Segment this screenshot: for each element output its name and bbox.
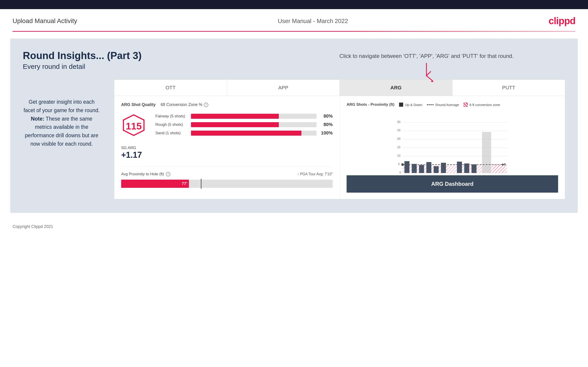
svg-text:15: 15 (397, 145, 400, 149)
legend-square-icon (399, 103, 403, 107)
card-body: ARG Shot Quality 6ft Conversion Zone % ? (114, 96, 565, 199)
legend-dashed-icon (427, 104, 434, 105)
proximity-header: Avg Proximity to Hole (ft) ? ↑ PGA Tour … (121, 172, 333, 176)
chart-area: 0 5 10 15 20 25 30 (346, 111, 558, 175)
upload-label: Upload Manual Activity (13, 17, 77, 24)
tab-ott[interactable]: OTT (114, 80, 227, 96)
sand-bar-fill (191, 131, 302, 136)
svg-text:20: 20 (397, 137, 400, 141)
sand-bar (191, 131, 316, 136)
proximity-section: Avg Proximity to Hole (ft) ? ↑ PGA Tour … (121, 167, 333, 188)
dashboard-card: OTT APP ARG PUTT ARG Shot Quality 6ft Co… (114, 80, 565, 199)
rough-bar (191, 122, 316, 127)
insight-note-label: Note: (31, 116, 44, 122)
svg-text:10: 10 (397, 154, 400, 157)
fairway-bar-fill (191, 114, 279, 119)
footer: Copyright Clippd 2021 (0, 220, 588, 234)
chart-title: ARG Shots - Proximity (ft) (346, 102, 395, 107)
svg-rect-17 (403, 165, 507, 173)
quality-header: ARG Shot Quality 6ft Conversion Zone % ? (121, 102, 333, 107)
svg-rect-25 (464, 163, 469, 173)
conversion-label: 6ft Conversion Zone % ? (161, 102, 208, 107)
two-col-layout: Get greater insight into each facet of y… (23, 80, 565, 199)
svg-text:8: 8 (504, 162, 506, 166)
legend-round-avg: Round Average (427, 103, 459, 107)
arg-chart-svg: 0 5 10 15 20 25 30 (346, 111, 558, 175)
header-left: Upload Manual Activity (13, 17, 77, 25)
conversion-help-icon[interactable]: ? (204, 103, 208, 107)
rough-row: Rough (5 shots) 80% (156, 122, 333, 127)
proximity-label: Avg Proximity to Hole (ft) ? (121, 172, 170, 176)
svg-rect-19 (412, 164, 417, 173)
svg-rect-21 (426, 162, 432, 173)
sand-row: Sand (1 shots) 100% (156, 130, 333, 136)
hexagon-container: 115 Fairway (5 shots) 80% (121, 114, 333, 139)
copyright-text: Copyright Clippd 2021 (13, 224, 53, 229)
svg-rect-22 (434, 166, 439, 173)
svg-rect-28 (493, 165, 505, 173)
navigation-arrow (417, 62, 436, 85)
proximity-bar-fill: 77' (121, 180, 189, 188)
svg-text:25: 25 (397, 129, 400, 132)
card-left-panel: ARG Shot Quality 6ft Conversion Zone % ? (114, 96, 340, 199)
left-column: Get greater insight into each facet of y… (23, 80, 100, 148)
arg-score-hexagon: 115 (121, 114, 146, 139)
arg-dashboard-button[interactable]: ARG Dashboard (346, 175, 558, 193)
header-divider (13, 31, 575, 32)
fairway-label: Fairway (5 shots) (156, 114, 187, 118)
nav-hint: Click to navigate between 'OTT', 'APP', … (339, 52, 514, 85)
fairway-bar (191, 114, 316, 119)
svg-text:0: 0 (399, 171, 401, 174)
top-bar (0, 0, 588, 9)
tab-app[interactable]: APP (227, 80, 340, 96)
card-right-panel: ARG Shots - Proximity (ft) Up & Down Rou… (340, 96, 565, 199)
legend-hatched-icon (464, 103, 468, 107)
arg-shot-quality-label: ARG Shot Quality (121, 102, 156, 107)
sg-value: +1.17 (121, 150, 333, 160)
proximity-bar-container: 77' (121, 180, 333, 188)
rough-pct: 80% (320, 122, 333, 127)
proximity-help-icon[interactable]: ? (166, 172, 170, 176)
svg-rect-27 (482, 132, 491, 173)
header-center: User Manual - March 2022 (278, 17, 348, 25)
fairway-row: Fairway (5 shots) 80% (156, 114, 333, 119)
legend-conversion-zone: 6 ft conversion zone (464, 103, 500, 107)
svg-text:5: 5 (398, 162, 400, 166)
svg-rect-26 (472, 164, 477, 173)
arrow-container (339, 62, 514, 85)
sg-section: SG ARG +1.17 (121, 146, 333, 160)
main-content: Round Insights... (Part 3) Every round i… (10, 39, 578, 213)
svg-marker-0 (431, 81, 433, 82)
proximity-value: 77' (182, 182, 187, 186)
shot-bars: Fairway (5 shots) 80% Rough (5 shots) (156, 114, 333, 139)
svg-point-30 (401, 163, 404, 166)
chart-header: ARG Shots - Proximity (ft) Up & Down Rou… (346, 102, 558, 107)
hexagon-value: 115 (126, 121, 142, 132)
sand-label: Sand (1 shots) (156, 131, 187, 135)
rough-bar-fill (191, 122, 279, 127)
right-column: OTT APP ARG PUTT ARG Shot Quality 6ft Co… (114, 80, 565, 199)
insight-text: Get greater insight into each facet of y… (23, 98, 100, 148)
header: Upload Manual Activity User Manual - Mar… (0, 9, 588, 31)
pga-avg: ↑ PGA Tour Avg: 7'10" (297, 172, 333, 176)
svg-rect-24 (457, 162, 462, 173)
manual-label: User Manual - March 2022 (278, 17, 348, 24)
insight-main: Get greater insight into each facet of y… (24, 99, 100, 113)
rough-label: Rough (5 shots) (156, 122, 187, 127)
sg-label: SG ARG (121, 146, 333, 150)
svg-rect-20 (419, 165, 424, 173)
fairway-pct: 80% (320, 114, 333, 119)
clippd-logo: clippd (549, 16, 575, 26)
svg-text:30: 30 (397, 120, 400, 124)
proximity-marker (201, 179, 201, 189)
legend-up-down: Up & Down (399, 103, 422, 107)
svg-rect-18 (405, 161, 410, 173)
nav-hint-text: Click to navigate between 'OTT', 'APP', … (339, 52, 514, 60)
sand-pct: 100% (320, 130, 333, 136)
